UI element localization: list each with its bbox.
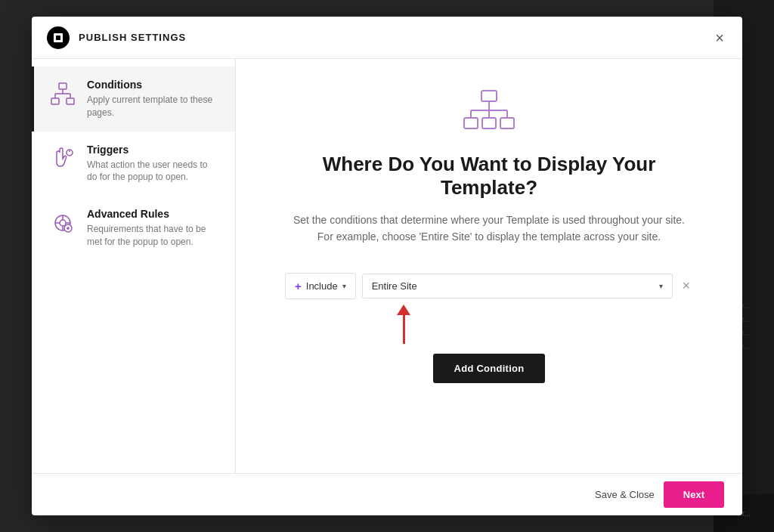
triggers-title: Triggers	[87, 144, 220, 156]
conditions-icon	[49, 80, 76, 107]
conditions-title: Conditions	[87, 79, 220, 91]
plus-icon: +	[295, 280, 302, 292]
modal-footer: Save & Close Next	[32, 473, 742, 515]
publish-settings-modal: PUBLISH SETTINGS ×	[32, 17, 742, 515]
include-label: Include	[306, 280, 338, 292]
advanced-rules-title: Advanced Rules	[87, 208, 220, 220]
advanced-rules-desc: Requirements that have to be met for the…	[87, 223, 220, 249]
include-button[interactable]: + Include ▾	[285, 273, 356, 299]
sidebar: Conditions Apply current template to the…	[32, 59, 236, 473]
svg-rect-4	[67, 98, 74, 104]
save-close-button[interactable]: Save & Close	[595, 489, 655, 500]
arrow-annotation	[397, 305, 410, 344]
triggers-text: Triggers What action the user needs to d…	[87, 144, 220, 184]
conditions-desc: Apply current template to these pages.	[87, 94, 220, 119]
condition-row: + Include ▾ Entire Site ▾ ×	[285, 273, 693, 299]
conditions-text: Conditions Apply current template to the…	[87, 79, 220, 119]
main-subtitle: Set the conditions that determine where …	[293, 212, 685, 246]
subtitle-line1: Set the conditions that determine where …	[293, 214, 685, 226]
remove-condition-button[interactable]: ×	[679, 276, 693, 295]
sidebar-item-conditions[interactable]: Conditions Apply current template to the…	[32, 66, 235, 131]
svg-rect-23	[500, 118, 514, 128]
sidebar-item-advanced-rules[interactable]: Advanced Rules Requirements that have to…	[32, 196, 235, 261]
include-chevron-icon: ▾	[342, 282, 346, 290]
advanced-rules-icon	[49, 209, 76, 237]
svg-rect-1	[56, 36, 60, 40]
main-title: Where Do You Want to Display Your Templa…	[274, 153, 704, 200]
svg-rect-2	[59, 83, 67, 89]
svg-point-12	[60, 220, 66, 226]
advanced-rules-text: Advanced Rules Requirements that have to…	[87, 208, 220, 249]
modal-body: Conditions Apply current template to the…	[32, 59, 742, 473]
svg-rect-20	[481, 91, 497, 101]
site-select[interactable]: Entire Site ▾	[362, 274, 673, 298]
triggers-icon	[49, 145, 76, 172]
arrow-head	[397, 305, 410, 315]
sidebar-item-triggers[interactable]: Triggers What action the user needs to d…	[32, 131, 235, 196]
site-select-value: Entire Site	[372, 280, 417, 292]
subtitle-line2: For example, choose 'Entire Site' to dis…	[317, 230, 661, 243]
main-content: Where Do You Want to Display Your Templa…	[236, 59, 742, 473]
svg-rect-3	[51, 98, 59, 104]
svg-rect-21	[464, 118, 478, 128]
add-condition-button[interactable]: Add Condition	[433, 354, 546, 383]
svg-rect-22	[482, 118, 496, 128]
arrow-shaft	[403, 315, 405, 344]
app-logo	[47, 26, 70, 49]
close-button[interactable]: ×	[712, 27, 727, 48]
modal-overlay: PUBLISH SETTINGS ×	[0, 0, 774, 532]
next-button[interactable]: Next	[664, 481, 724, 508]
triggers-desc: What action the user needs to do for the…	[87, 159, 220, 184]
modal-title: PUBLISH SETTINGS	[79, 32, 186, 43]
site-select-chevron-icon: ▾	[659, 282, 663, 290]
main-hero-icon	[463, 89, 515, 135]
modal-header: PUBLISH SETTINGS ×	[32, 17, 742, 59]
